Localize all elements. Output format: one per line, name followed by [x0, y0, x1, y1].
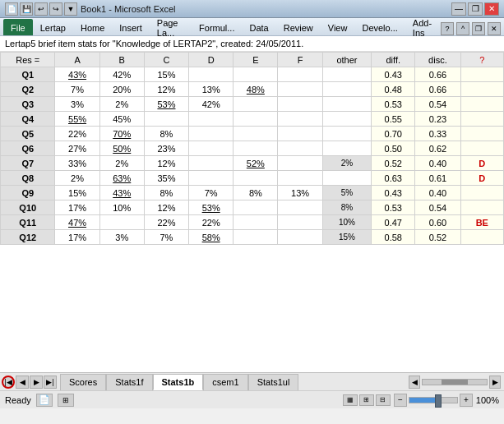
- sheet-tab-stats1f[interactable]: Stats1f: [106, 374, 152, 390]
- tab-formulas[interactable]: Formul...: [192, 19, 242, 35]
- cell-q7-b: 2%: [99, 156, 144, 171]
- cell-q4-a: 55%: [55, 112, 99, 127]
- cell-q1-f: [278, 67, 322, 82]
- cell-q5-a: 22%: [55, 127, 99, 141]
- zoom-slider[interactable]: [409, 397, 458, 403]
- quick-access-redo[interactable]: ↪: [49, 2, 62, 16]
- minimize-button[interactable]: —: [451, 2, 466, 16]
- view-normal[interactable]: ▦: [343, 394, 358, 406]
- view-pagebreak[interactable]: ⊟: [376, 394, 391, 406]
- cell-q7-diff: 0.52: [372, 156, 415, 171]
- cell-q11-c: 22%: [144, 215, 188, 230]
- tab-view[interactable]: View: [321, 19, 355, 35]
- status-icon2[interactable]: ⊞: [58, 394, 74, 407]
- row-label-q2: Q2: [1, 82, 55, 97]
- cell-q4-c: [144, 112, 188, 127]
- cell-q7-e: 52%: [234, 156, 278, 171]
- tab-insert[interactable]: Insert: [112, 19, 150, 35]
- cell-q10-other: 8%: [322, 200, 372, 215]
- tab-addins[interactable]: Add-Ins: [405, 19, 441, 35]
- view-layout[interactable]: ⊞: [359, 394, 374, 406]
- info-bar: Lertap5 brief item stats for "Knowledge …: [0, 36, 504, 52]
- tab-nav-prev[interactable]: ◀: [16, 376, 29, 389]
- sheet-scroll-right[interactable]: ▶: [489, 376, 501, 389]
- cell-q5-e: [234, 127, 278, 141]
- tab-data[interactable]: Data: [242, 19, 275, 35]
- cell-q7-c: 12%: [144, 156, 188, 171]
- tab-nav-last[interactable]: ▶|: [44, 376, 57, 389]
- tab-nav-next[interactable]: ▶: [30, 376, 43, 389]
- cell-q7-q: D: [460, 156, 503, 171]
- tab-nav-first[interactable]: |◀: [2, 376, 15, 389]
- tab-pagelayout[interactable]: Page La...: [150, 19, 192, 35]
- maximize-button[interactable]: ❐: [468, 2, 483, 16]
- cell-q12-disc: 0.52: [415, 230, 460, 245]
- close-button[interactable]: ✕: [484, 2, 499, 16]
- tab-review[interactable]: Review: [276, 19, 321, 35]
- quick-access-more[interactable]: ▼: [64, 2, 77, 16]
- cell-q9-disc: 0.40: [415, 186, 460, 200]
- table-row: Q1017%10%12%53%8%0.530.54: [1, 200, 504, 215]
- ribbon-restore[interactable]: ❐: [472, 22, 485, 35]
- cell-q5-d: [189, 127, 234, 141]
- cell-q7-f: [278, 156, 322, 171]
- quick-access-undo[interactable]: ↩: [35, 2, 48, 16]
- sheet-tab-csem1[interactable]: csem1: [203, 374, 247, 390]
- row-label-q12: Q12: [1, 230, 55, 245]
- cell-q6-e: [234, 141, 278, 156]
- zoom-out-button[interactable]: −: [394, 394, 407, 407]
- cell-q4-disc: 0.23: [415, 112, 460, 127]
- cell-q9-other: 5%: [322, 186, 372, 200]
- sheet-tab-stats1b[interactable]: Stats1b: [153, 374, 204, 390]
- cell-q11-f: [278, 215, 322, 230]
- tab-developer[interactable]: Develo...: [354, 19, 405, 35]
- ribbon-help[interactable]: ?: [441, 22, 454, 35]
- cell-q10-q: [460, 200, 503, 215]
- sheet-tab-scores[interactable]: Scores: [60, 374, 106, 390]
- tab-file[interactable]: File: [3, 19, 33, 35]
- cell-q11-other: 10%: [322, 215, 372, 230]
- data-table: Res = A B C D E F other diff. disc. ? Q1…: [0, 52, 504, 245]
- cell-q5-disc: 0.33: [415, 127, 460, 141]
- cell-q7-other: 2%: [322, 156, 372, 171]
- cell-q10-diff: 0.53: [372, 200, 415, 215]
- status-icon1[interactable]: 📄: [36, 394, 53, 407]
- cell-q11-e: [234, 215, 278, 230]
- cell-q1-q: [460, 67, 503, 82]
- cell-q1-disc: 0.66: [415, 67, 460, 82]
- cell-q2-diff: 0.48: [372, 82, 415, 97]
- cell-q12-f: [278, 230, 322, 245]
- cell-q12-b: 3%: [99, 230, 144, 245]
- table-row: Q143%42%15%0.430.66: [1, 67, 504, 82]
- scroll-area[interactable]: Res = A B C D E F other diff. disc. ? Q1…: [0, 52, 504, 372]
- zoom-in-button[interactable]: +: [460, 394, 473, 407]
- quick-access-save[interactable]: 💾: [20, 2, 33, 16]
- table-row: Q733%2%12%52%2%0.520.40D: [1, 156, 504, 171]
- col-header-other: other: [322, 53, 372, 67]
- table-row: Q627%50%23%0.500.62: [1, 141, 504, 156]
- cell-q4-d: [189, 112, 234, 127]
- cell-q8-c: 35%: [144, 171, 188, 186]
- cell-q2-other: [322, 82, 372, 97]
- sheet-scroll-left[interactable]: ◀: [409, 376, 420, 389]
- ribbon-close[interactable]: ✕: [488, 22, 501, 35]
- sheet-tab-stats1ul[interactable]: Stats1ul: [248, 374, 299, 390]
- tab-lertap[interactable]: Lertap: [33, 19, 73, 35]
- window-title: Book1 - Microsoft Excel: [81, 4, 176, 14]
- cell-q5-other: [322, 127, 372, 141]
- title-bar: 📄 💾 ↩ ↪ ▼ Book1 - Microsoft Excel — ❐ ✕: [0, 0, 504, 18]
- cell-q11-q: BE: [460, 215, 503, 230]
- cell-q2-q: [460, 82, 503, 97]
- cell-q3-e: [234, 97, 278, 112]
- row-label-q11: Q11: [1, 215, 55, 230]
- row-label-q5: Q5: [1, 127, 55, 141]
- cell-q10-c: 12%: [144, 200, 188, 215]
- status-left: Ready 📄 ⊞: [5, 394, 74, 407]
- table-row: Q915%43%8%7%8%13%5%0.430.40: [1, 186, 504, 200]
- ribbon-minimize[interactable]: ^: [456, 22, 469, 35]
- table-row: Q455%45%0.550.23: [1, 112, 504, 127]
- title-controls: — ❐ ✕: [451, 2, 499, 16]
- horizontal-scrollbar[interactable]: [422, 379, 488, 385]
- tab-home[interactable]: Home: [73, 19, 112, 35]
- cell-q11-disc: 0.60: [415, 215, 460, 230]
